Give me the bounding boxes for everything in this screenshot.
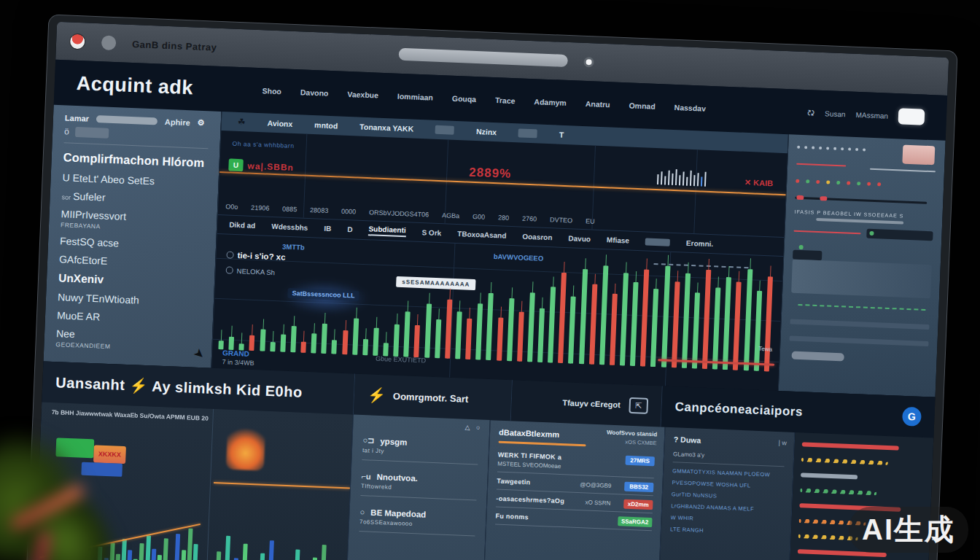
sidebar-item-nee[interactable]: NeeGEOEXANDIEEM — [55, 327, 201, 354]
nav-right-item[interactable]: MAssman — [855, 110, 888, 120]
candle — [692, 293, 700, 369]
profile-icon[interactable] — [101, 35, 117, 50]
candle — [280, 335, 286, 352]
axis-tick: 280 — [498, 214, 509, 222]
pink-button[interactable] — [902, 145, 935, 166]
tick-text: IFASIS P BEAOBEL IW SSOEEAAE S — [794, 209, 933, 220]
gray-pill-button[interactable] — [791, 351, 844, 362]
chart-tool-ooasron[interactable]: Ooasron — [522, 233, 553, 242]
candle — [723, 277, 731, 370]
list-item[interactable]: ○BE Mapedoad7o6SSEaxawoooo — [359, 508, 476, 536]
nav-item-davono[interactable]: Davono — [300, 88, 329, 98]
candle — [229, 337, 235, 350]
bottom-left-chart[interactable]: 7b BHH Jiawwwtwak WaxaEb Su/Owta APMM EU… — [34, 402, 354, 560]
laptop-frame: GanB dins Patray Acquint adk ShooDavonoV… — [26, 14, 958, 560]
footer-primary[interactable]: GRAND — [222, 349, 254, 358]
share-icon[interactable]: ⇱ — [629, 397, 648, 414]
tab-mntod[interactable]: mntod — [314, 120, 338, 130]
token-row[interactable] — [802, 440, 926, 454]
tab-nzinx[interactable]: Nzinx — [476, 127, 497, 136]
tab-pill — [518, 128, 537, 138]
token-bar — [801, 472, 858, 479]
address-bar-button[interactable] — [583, 57, 594, 68]
nav-item-gouqa[interactable]: Gouqa — [452, 94, 477, 104]
address-bar[interactable] — [399, 48, 568, 67]
sidebar-item-u[interactable]: U EteLt' Abeo SetEs — [62, 171, 206, 189]
nav-item-vaexbue[interactable]: Vaexbue — [347, 90, 378, 100]
chart-tool-dikd[interactable]: Dikd ad — [229, 221, 256, 230]
token-row[interactable] — [801, 455, 925, 470]
candle — [712, 287, 721, 370]
nav-item-iommiaan[interactable]: Iommiaan — [397, 92, 433, 102]
dark-pill[interactable] — [866, 229, 933, 241]
sidebar-item-sufeler[interactable]: sorSufeler — [61, 190, 206, 207]
candle — [362, 339, 368, 355]
price-center-value: 2889% — [469, 166, 512, 182]
sidebar-item-muoe[interactable]: MuoE AR — [57, 309, 201, 327]
list-item-label: BE Mapedoad — [370, 508, 426, 519]
folder-icon[interactable]: ö — [64, 126, 69, 136]
chart-tool-eromni.[interactable]: Eromni. — [686, 239, 714, 248]
list-item[interactable]: ○⊐ypsgmtat i Jty — [362, 435, 478, 464]
nav-item-shoo[interactable]: Shoo — [262, 86, 281, 96]
chart-tool-wdessbhs[interactable]: Wdessbhs — [271, 222, 308, 232]
candle — [332, 340, 338, 354]
browser-logo-icon[interactable] — [69, 34, 86, 50]
stats-table-panel: dBataxBtlexmm WoofSvvo stansid xOS CXMBE… — [483, 420, 666, 560]
red-blob — [796, 195, 804, 200]
sidebar-item-unxeniv[interactable]: UnXeniv — [58, 271, 203, 290]
rule — [360, 495, 476, 500]
g-badge-icon[interactable]: G — [902, 407, 922, 427]
tab-pill — [435, 125, 454, 135]
token-bar — [801, 457, 888, 465]
sidebar-mid-label[interactable]: Aphire — [165, 117, 190, 126]
table-row-badge: xD2mm — [623, 499, 653, 510]
tab-t[interactable]: T — [559, 131, 564, 139]
scene: GanB dins Patray Acquint adk ShooDavonoV… — [0, 0, 980, 560]
sidebar-item-festsq[interactable]: FestSQ acse — [60, 235, 204, 252]
nav-right-item[interactable]: Susan — [825, 109, 846, 118]
volume-bar — [241, 544, 247, 560]
bell-icon[interactable]: 🗘 — [807, 109, 814, 117]
chart-tool-subdiaenti[interactable]: Subdiaenti — [368, 225, 406, 237]
volume-bar — [268, 540, 274, 560]
log-item[interactable]: GLamo3 a'y — [673, 451, 785, 467]
nav-item-omnad[interactable]: Omnad — [629, 101, 656, 110]
candlestick-chart[interactable]: 3MTTb tie-i s'io? xc NELOKA Sh SatBssess… — [211, 234, 783, 391]
sidebar-item-nuwy[interactable]: Nuwy TEnWtioath — [58, 291, 202, 308]
header-toggle-button[interactable] — [898, 108, 925, 125]
chart-tool-d[interactable]: D — [347, 225, 353, 233]
candle — [672, 281, 680, 368]
log-line: GMMATOTYXIS NAAMAN PLOEOW — [672, 467, 784, 478]
chart-tool-s[interactable]: S Ork — [421, 228, 441, 237]
bottom-chart-subtitle: 7b BHH Jiawwwtwak WaxaEb Su/Owta APMM EU… — [52, 408, 209, 422]
axis-tick: G00 — [472, 213, 485, 221]
volume-bar — [320, 545, 326, 560]
candle — [537, 308, 545, 362]
tab-tonanxa[interactable]: Tonanxa YAKK — [359, 122, 413, 133]
sidebar-item-miiprivessvort[interactable]: MIIPrIvessvortFREBAYANA — [61, 208, 206, 234]
colored-dot-row — [796, 176, 935, 192]
nav-item-trace[interactable]: Trace — [495, 96, 516, 105]
panel-corner-icons[interactable]: △ ○ — [464, 424, 482, 432]
candle — [650, 289, 658, 367]
nav-item-adamym[interactable]: Adamym — [534, 97, 567, 107]
nav-item-nassdav[interactable]: Nassdav — [674, 103, 706, 113]
tab-avionx[interactable]: Avionx — [267, 119, 292, 128]
sidebar-top-label[interactable]: Lamar — [65, 113, 89, 122]
buy-badge[interactable]: U — [228, 158, 244, 171]
token-row[interactable] — [800, 486, 924, 500]
main-chart-column: ☘ AvionxmntodTonanxa YAKKNzinxT Oh aa s'… — [211, 112, 788, 391]
candle — [630, 281, 639, 366]
chart-tool-mfiase[interactable]: Mfiase — [607, 236, 630, 244]
chart-tool-davuo[interactable]: Davuo — [568, 234, 591, 243]
gear-icon[interactable]: ⚙ — [197, 118, 204, 128]
sidebar-item-gafcetore[interactable]: GAfcEtorE — [59, 253, 203, 271]
axis-tick: EU — [586, 217, 595, 225]
chart-tool-tboxoaasand[interactable]: TBoxoaAsand — [457, 230, 507, 240]
axis-tick: 0000 — [341, 208, 356, 216]
chart-tool-ib[interactable]: IB — [324, 225, 331, 233]
list-item[interactable]: ⌐uNnoutvoa.TIftowrekd — [360, 472, 477, 500]
token-row[interactable] — [801, 470, 925, 485]
nav-item-anatru[interactable]: Anatru — [586, 99, 610, 109]
